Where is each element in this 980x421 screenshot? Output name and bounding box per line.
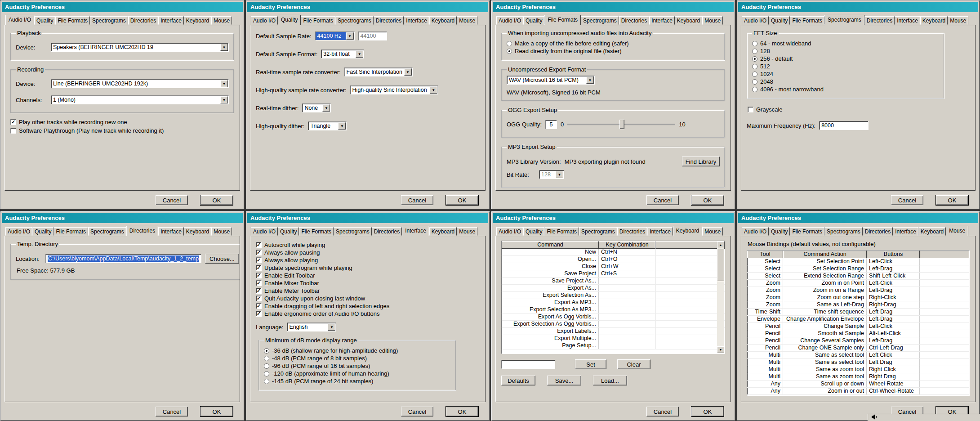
checkbox-box[interactable]	[748, 107, 753, 112]
quality-row-3-dropdown[interactable]: High-quality Sinc Interpolation▼	[350, 85, 438, 94]
cancel-button[interactable]: Cancel	[646, 407, 679, 417]
tab-audio-i-o[interactable]: Audio I/O	[742, 16, 769, 25]
tab-mouse[interactable]: Mouse	[457, 16, 477, 25]
radio-button[interactable]	[752, 87, 757, 92]
db-option-3[interactable]: -96 dB (PCM range of 16 bit samples)	[264, 363, 451, 369]
tab-directories[interactable]: Directories	[617, 227, 647, 236]
tab-keyboard[interactable]: Keyboard	[675, 16, 702, 25]
tab-keyboard[interactable]: Keyboard	[184, 16, 211, 25]
load-button[interactable]: Load...	[593, 376, 627, 385]
titlebar[interactable]: Audacity Preferences	[247, 2, 488, 12]
ok-button[interactable]: OK	[200, 195, 233, 205]
checkbox-box[interactable]: ✓	[256, 265, 262, 271]
titlebar[interactable]: Audacity Preferences	[493, 213, 734, 223]
interface-checkbox-enable-meter-toolbar[interactable]: ✓Enable Meter Toolbar	[256, 287, 480, 294]
command-row[interactable]: Open...Ctrl+O	[502, 256, 725, 263]
tab-audio-i-o[interactable]: Audio I/O	[251, 16, 278, 25]
command-row[interactable]: Save Project As...	[502, 278, 725, 285]
checkbox-box[interactable]	[10, 128, 16, 134]
chevron-down-icon[interactable]: ▼	[556, 171, 563, 178]
radio-button[interactable]	[752, 64, 757, 69]
radio-button[interactable]	[507, 41, 512, 46]
tab-quality[interactable]: Quality	[34, 16, 55, 25]
checkbox-play-other-tracks-while-recording-new-one[interactable]: ✓Play other tracks while recording new o…	[10, 119, 234, 125]
tab-interface[interactable]: Interface	[649, 16, 675, 25]
mouse-binding-row[interactable]: ZoomZoom out one stepRight-Click	[747, 294, 969, 301]
radio-button[interactable]	[264, 363, 269, 369]
interface-checkbox-enable-dragging-of-left-and-right-selection-edges[interactable]: ✓Enable dragging of left and right selec…	[256, 303, 480, 309]
ok-button[interactable]: OK	[446, 407, 478, 417]
tab-interface[interactable]: Interface	[158, 16, 184, 25]
cancel-button[interactable]: Cancel	[401, 407, 433, 417]
tab-keyboard[interactable]: Keyboard	[429, 227, 457, 236]
quality-row-4-dropdown[interactable]: None▼	[302, 103, 331, 112]
mouse-binding-row[interactable]: SelectSet Selection RangeLeft-Drag	[747, 265, 969, 273]
interface-checkbox-enable-ergonomic-order-of-audio-i-o-buttons[interactable]: ✓Enable ergonomic order of Audio I/O but…	[256, 310, 480, 317]
mouse-binding-row[interactable]: PencilChange Several SamplesLeft-Drag	[747, 337, 969, 345]
mouse-binding-row[interactable]: MultiSame as zoom toolRight Drag	[747, 373, 969, 381]
tab-keyboard[interactable]: Keyboard	[673, 226, 702, 236]
mouse-binding-row[interactable]: AnyZoom in or outCtrl-Wheel-Rotate	[747, 388, 969, 395]
tab-interface[interactable]: Interface	[158, 227, 184, 236]
command-row[interactable]: Export Multiple...	[502, 335, 725, 342]
command-row[interactable]: CloseCtrl+W	[502, 263, 725, 270]
tab-mouse[interactable]: Mouse	[948, 16, 968, 25]
ok-button[interactable]: OK	[446, 195, 478, 205]
tab-audio-i-o[interactable]: Audio I/O	[5, 227, 32, 236]
tab-mouse[interactable]: Mouse	[211, 227, 232, 236]
tab-directories[interactable]: Directories	[126, 226, 158, 236]
command-row[interactable]: NewCtrl+N	[502, 249, 725, 256]
tab-quality[interactable]: Quality	[769, 16, 790, 25]
column-header-command[interactable]: Command	[502, 241, 599, 249]
fft-option-64-most-wideband[interactable]: 64 - most wideband	[752, 40, 939, 47]
tab-keyboard[interactable]: Keyboard	[918, 227, 946, 236]
tab-directories[interactable]: Directories	[374, 16, 404, 25]
tab-interface[interactable]: Interface	[404, 16, 429, 25]
max-frequency-field[interactable]: 8000	[819, 121, 869, 130]
tab-quality[interactable]: Quality	[278, 227, 299, 236]
radio-button[interactable]	[752, 56, 757, 62]
titlebar[interactable]: Audacity Preferences	[493, 2, 734, 12]
tab-file-formats[interactable]: File Formats	[790, 16, 824, 25]
tab-spectrograms[interactable]: Spectrograms	[581, 16, 619, 25]
choose-button[interactable]: Choose...	[205, 254, 239, 264]
mouse-binding-row[interactable]: Time-ShiftTime shift sequenceLeft-Drag	[747, 309, 969, 316]
mouse-binding-row[interactable]: ZoomZoom in on a RangeLeft-Drag	[747, 287, 969, 294]
checkbox-software-playthrough-play-new-track-while-recording-it[interactable]: Software Playthrough (Play new track whi…	[10, 127, 234, 134]
import-option-1[interactable]: Make a copy of the file before editing (…	[507, 40, 720, 47]
mouse-binding-row[interactable]: MultiSame as zoom toolRight Click	[747, 366, 969, 373]
save-button[interactable]: Save...	[547, 376, 581, 385]
tab-file-formats[interactable]: File Formats	[544, 227, 579, 236]
tab-directories[interactable]: Directories	[619, 16, 649, 25]
sample-rate-field[interactable]: 44100	[358, 31, 387, 40]
fft-option-4096-most-narrowband[interactable]: 4096 - most narrowband	[752, 86, 939, 93]
tab-quality[interactable]: Quality	[32, 227, 53, 236]
titlebar[interactable]: Audacity Preferences	[2, 213, 243, 223]
ok-button[interactable]: OK	[936, 195, 968, 205]
grayscale-checkbox[interactable]: Grayscale	[748, 106, 970, 113]
tab-audio-i-o[interactable]: Audio I/O	[496, 227, 523, 236]
interface-checkbox-always-allow-playing[interactable]: ✓Always allow playing	[256, 257, 480, 264]
tab-file-formats[interactable]: File Formats	[301, 16, 335, 25]
command-row[interactable]: Export As MP3...	[502, 299, 725, 306]
tab-keyboard[interactable]: Keyboard	[184, 227, 211, 236]
bitrate-dropdown[interactable]: 128▼	[539, 170, 564, 179]
tab-interface[interactable]: Interface	[893, 227, 918, 236]
playback-device-dropdown[interactable]: Speakers (BEHRINGER UMC202HD 19▼	[51, 43, 229, 52]
tab-directories[interactable]: Directories	[372, 227, 402, 236]
scrollbar[interactable]: ▲▼	[717, 242, 724, 353]
recording-device-dropdown[interactable]: Line (BEHRINGER UMC202HD 192k)▼	[51, 79, 229, 88]
tab-file-formats[interactable]: File Formats	[53, 227, 88, 236]
db-option-4[interactable]: -120 dB (approximate limit of human hear…	[264, 370, 451, 377]
column-header-command-action[interactable]: Command Action	[783, 251, 867, 258]
radio-button[interactable]	[264, 371, 269, 376]
radio-button[interactable]	[507, 49, 512, 54]
tab-mouse[interactable]: Mouse	[457, 227, 477, 236]
checkbox-box[interactable]: ✓	[256, 242, 262, 248]
tab-spectrograms[interactable]: Spectrograms	[334, 227, 372, 236]
command-row[interactable]: Page Setup...	[502, 342, 725, 349]
chevron-down-icon[interactable]: ▼	[220, 80, 228, 87]
quality-row-2-dropdown[interactable]: Fast Sinc Interpolation▼	[344, 67, 413, 76]
export-format-dropdown[interactable]: WAV (Microsoft 16 bit PCM)▼	[507, 76, 595, 85]
chevron-down-icon[interactable]: ▼	[430, 86, 437, 94]
